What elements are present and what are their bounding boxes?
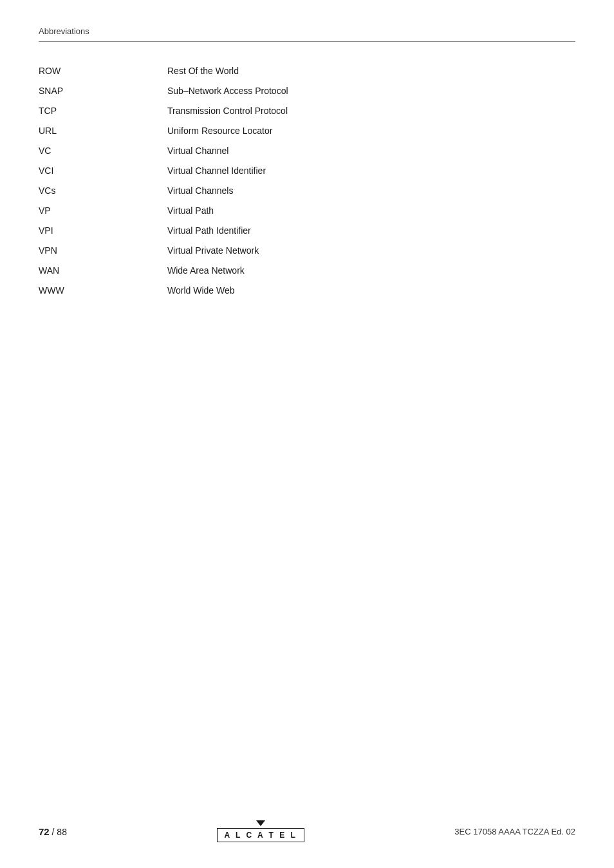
table-row: WANWide Area Network [39, 261, 575, 281]
table-row: VCVirtual Channel [39, 141, 575, 161]
abbr-cell: TCP [39, 101, 167, 121]
definition-cell: Virtual Path [167, 201, 575, 221]
definition-cell: Uniform Resource Locator [167, 121, 575, 141]
header-title: Abbreviations [39, 26, 89, 36]
abbr-cell: VPI [39, 221, 167, 241]
logo-text: A L C A T E L [217, 828, 304, 842]
footer-page-number: 72 / 88 [39, 826, 67, 837]
table-row: TCPTransmission Control Protocol [39, 101, 575, 121]
abbr-cell: VP [39, 201, 167, 221]
abbr-cell: VC [39, 141, 167, 161]
table-row: URLUniform Resource Locator [39, 121, 575, 141]
page-container: Abbreviations ROWRest Of the WorldSNAPSu… [0, 0, 614, 868]
definition-cell: Virtual Channel Identifier [167, 161, 575, 181]
table-row: VCsVirtual Channels [39, 181, 575, 201]
definition-cell: World Wide Web [167, 281, 575, 301]
definition-cell: Virtual Channel [167, 141, 575, 161]
table-row: SNAPSub–Network Access Protocol [39, 81, 575, 101]
table-row: VPVirtual Path [39, 201, 575, 221]
table-row: WWWWorld Wide Web [39, 281, 575, 301]
alcatel-logo: A L C A T E L [217, 820, 304, 842]
table-row: ROWRest Of the World [39, 61, 575, 81]
table-row: VPNVirtual Private Network [39, 241, 575, 261]
abbreviations-table: ROWRest Of the WorldSNAPSub–Network Acce… [39, 61, 575, 301]
table-row: VPIVirtual Path Identifier [39, 221, 575, 241]
abbr-cell: WWW [39, 281, 167, 301]
definition-cell: Virtual Path Identifier [167, 221, 575, 241]
logo-triangle-icon [256, 820, 265, 826]
abbr-cell: VPN [39, 241, 167, 261]
abbr-cell: SNAP [39, 81, 167, 101]
definition-cell: Transmission Control Protocol [167, 101, 575, 121]
page-separator: / 88 [52, 827, 67, 837]
definition-cell: Rest Of the World [167, 61, 575, 81]
abbr-cell: VCI [39, 161, 167, 181]
abbr-cell: VCs [39, 181, 167, 201]
page-current: 72 [39, 826, 50, 837]
table-row: VCIVirtual Channel Identifier [39, 161, 575, 181]
definition-cell: Wide Area Network [167, 261, 575, 281]
definition-cell: Sub–Network Access Protocol [167, 81, 575, 101]
definition-cell: Virtual Channels [167, 181, 575, 201]
footer-section: 72 / 88 A L C A T E L 3EC 17058 AAAA TCZ… [39, 820, 575, 842]
abbr-cell: WAN [39, 261, 167, 281]
definition-cell: Virtual Private Network [167, 241, 575, 261]
header-section: Abbreviations [39, 26, 575, 42]
doc-reference: 3EC 17058 AAAA TCZZA Ed. 02 [454, 827, 575, 836]
abbr-cell: URL [39, 121, 167, 141]
abbr-cell: ROW [39, 61, 167, 81]
